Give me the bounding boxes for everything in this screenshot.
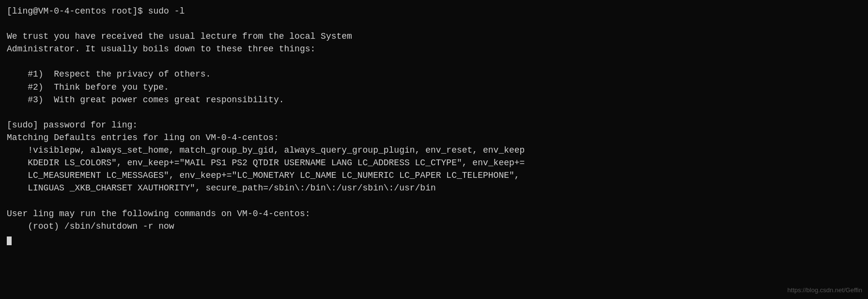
terminal-window: [ling@VM-0-4-centos root]$ sudo -l We tr… xyxy=(0,0,868,299)
terminal-output: [ling@VM-0-4-centos root]$ sudo -l We tr… xyxy=(7,5,861,233)
watermark: https://blog.csdn.net/Geffin xyxy=(788,286,862,295)
terminal-cursor xyxy=(7,236,12,245)
